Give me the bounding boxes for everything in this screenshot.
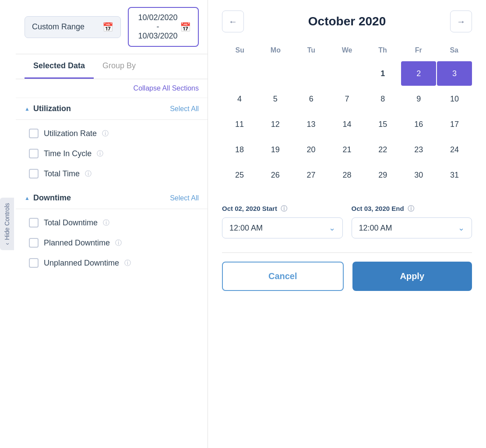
weekday-tu: Tu <box>293 43 329 58</box>
cal-day-13[interactable]: 13 <box>294 112 329 136</box>
collapse-all-button[interactable]: Collapse All Sections <box>16 79 208 98</box>
total-time-checkbox[interactable] <box>29 169 39 178</box>
cal-day-22[interactable]: 22 <box>365 137 400 162</box>
cal-day-31[interactable]: 31 <box>437 163 472 187</box>
time-start-value: 12:00 AM <box>229 224 263 233</box>
top-bar: Custom Range 📅 10/02/2020 - 10/03/2020 📅 <box>16 0 208 54</box>
cal-day-30[interactable]: 30 <box>401 163 436 187</box>
cal-day-3[interactable]: 3 <box>437 61 472 86</box>
cal-day-23[interactable]: 23 <box>401 137 436 162</box>
weekday-su: Su <box>222 43 258 58</box>
unplanned-downtime-label: Unplanned Downtime <box>44 259 119 268</box>
info-icon-utilization-rate: ⓘ <box>102 130 109 138</box>
calendar-grid: Su Mo Tu We Th Fr Sa 1 2 3 4 5 6 <box>222 43 472 187</box>
calendar-icon-right: 📅 <box>180 22 191 32</box>
calendar-icon-left: 📅 <box>102 22 113 32</box>
time-end-value: 12:00 AM <box>359 224 392 233</box>
cal-day-5[interactable]: 5 <box>258 87 293 111</box>
left-panel: ‹ Hide Controls Custom Range 📅 10/02/202… <box>0 0 208 448</box>
cal-day-11[interactable]: 11 <box>222 112 257 136</box>
time-section: Oct 02, 2020 Start ⓘ 12:00 AM ⌄ Oct 03, … <box>222 198 472 238</box>
unplanned-downtime-item: Unplanned Downtime ⓘ <box>16 253 208 273</box>
downtime-title: Downtime <box>33 193 170 203</box>
prev-month-button[interactable]: ← <box>222 10 244 32</box>
info-icon-total-time: ⓘ <box>85 170 92 178</box>
cal-day-28[interactable]: 28 <box>330 163 365 187</box>
tabs-section: Selected Data Group By <box>16 54 208 79</box>
unplanned-downtime-checkbox[interactable] <box>29 258 39 268</box>
tab-selected-data[interactable]: Selected Data <box>25 54 94 79</box>
cal-day-21[interactable]: 21 <box>330 137 365 162</box>
chevron-down-start: ⌄ <box>329 223 335 233</box>
planned-downtime-checkbox[interactable] <box>29 238 39 248</box>
custom-range-label: Custom Range <box>32 22 85 32</box>
cal-day-12[interactable]: 12 <box>258 112 293 136</box>
weekday-fr: Fr <box>401 43 437 58</box>
action-buttons: Cancel Apply <box>222 262 472 291</box>
cal-day-27[interactable]: 27 <box>294 163 329 187</box>
cal-day-19[interactable]: 19 <box>258 137 293 162</box>
planned-downtime-label: Planned Downtime <box>44 238 110 248</box>
time-end-select[interactable]: 12:00 AM ⌄ <box>352 217 472 238</box>
downtime-section-header: ▲ Downtime Select All <box>16 187 208 209</box>
calendar-nav: ← October 2020 → <box>222 10 472 32</box>
cal-day-7[interactable]: 7 <box>330 87 365 111</box>
total-time-item: Total Time ⓘ <box>16 164 208 184</box>
cal-day-20[interactable]: 20 <box>294 137 329 162</box>
time-end-group: Oct 03, 2020 End ⓘ 12:00 AM ⌄ <box>352 205 472 238</box>
next-month-button[interactable]: → <box>450 10 472 32</box>
info-icon-planned-downtime: ⓘ <box>115 239 122 247</box>
time-start-select[interactable]: 12:00 AM ⌄ <box>222 217 343 238</box>
collapse-all-label: Collapse All Sections <box>134 84 199 92</box>
cal-day-1[interactable]: 1 <box>365 61 400 86</box>
time-start-label: Oct 02, 2020 Start ⓘ <box>222 205 343 213</box>
cal-day-16[interactable]: 16 <box>401 112 436 136</box>
cal-day-4[interactable]: 4 <box>222 87 257 111</box>
apply-button[interactable]: Apply <box>352 262 472 291</box>
calendar-days: 1 2 3 4 5 6 7 8 9 10 11 12 13 14 15 16 1… <box>222 61 472 187</box>
cal-day-8[interactable]: 8 <box>365 87 400 111</box>
cancel-button[interactable]: Cancel <box>222 262 344 291</box>
cal-day-empty-1 <box>222 61 257 86</box>
utilization-rate-item: Utilization Rate ⓘ <box>16 123 208 144</box>
info-icon-time-in-cycle: ⓘ <box>97 150 103 158</box>
cal-day-24[interactable]: 24 <box>437 137 472 162</box>
cal-day-9[interactable]: 9 <box>401 87 436 111</box>
cal-day-26[interactable]: 26 <box>258 163 293 187</box>
chevron-left-icon: ‹ <box>4 243 11 245</box>
cal-day-15[interactable]: 15 <box>365 112 400 136</box>
total-time-label: Total Time <box>44 169 80 178</box>
weekday-we: We <box>329 43 365 58</box>
hide-controls-button[interactable]: ‹ Hide Controls <box>0 198 14 250</box>
selected-data-tab-label: Selected Data <box>33 61 85 70</box>
date-range-button[interactable]: 10/02/2020 - 10/03/2020 📅 <box>128 7 199 47</box>
tab-group-by[interactable]: Group By <box>94 54 144 79</box>
time-in-cycle-checkbox[interactable] <box>29 149 39 158</box>
cal-day-17[interactable]: 17 <box>437 112 472 136</box>
total-downtime-checkbox[interactable] <box>29 218 39 228</box>
weekday-th: Th <box>365 43 401 58</box>
cal-day-18[interactable]: 18 <box>222 137 257 162</box>
planned-downtime-item: Planned Downtime ⓘ <box>16 233 208 253</box>
calendar-month-title: October 2020 <box>308 14 386 28</box>
utilization-select-all[interactable]: Select All <box>170 105 199 113</box>
left-panel-content: Custom Range 📅 10/02/2020 - 10/03/2020 📅… <box>16 0 208 448</box>
utilization-section: ▲ Utilization Select All Utilization Rat… <box>16 98 208 187</box>
group-by-tab-label: Group By <box>102 61 136 70</box>
info-icon-total-downtime: ⓘ <box>103 219 109 227</box>
cal-day-14[interactable]: 14 <box>330 112 365 136</box>
cal-day-10[interactable]: 10 <box>437 87 472 111</box>
utilization-rate-checkbox[interactable] <box>29 129 39 138</box>
total-downtime-item: Total Downtime ⓘ <box>16 213 208 233</box>
cal-day-empty-2 <box>258 61 293 86</box>
info-icon-unplanned-downtime: ⓘ <box>124 259 131 267</box>
downtime-select-all[interactable]: Select All <box>170 194 199 202</box>
downtime-section: ▲ Downtime Select All Total Downtime ⓘ P… <box>16 187 208 276</box>
info-icon-end: ⓘ <box>408 205 414 212</box>
time-start-group: Oct 02, 2020 Start ⓘ 12:00 AM ⌄ <box>222 205 343 238</box>
cal-day-29[interactable]: 29 <box>365 163 400 187</box>
cal-day-6[interactable]: 6 <box>294 87 329 111</box>
cal-day-25[interactable]: 25 <box>222 163 257 187</box>
custom-range-button[interactable]: Custom Range 📅 <box>25 16 121 38</box>
cal-day-2[interactable]: 2 <box>401 61 436 86</box>
